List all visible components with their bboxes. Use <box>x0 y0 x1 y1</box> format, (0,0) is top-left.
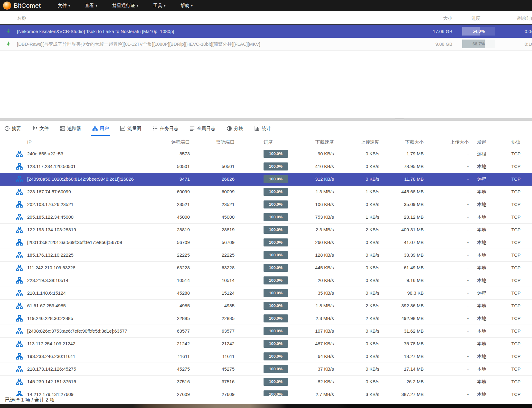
peer-row[interactable]: 223.167.74.57:60099 60099 60099 100.0% 1… <box>0 186 532 198</box>
peer-uploaded: - <box>422 350 469 363</box>
peer-upload-speed: 0 KB/s <box>332 173 379 185</box>
peer-listen-port: 15124 <box>177 287 235 299</box>
peer-listen-port: 23521 <box>177 198 235 211</box>
peer-row[interactable]: 223.219.3.38:10514 10514 10514 100.0% 20… <box>0 274 532 287</box>
peer-ip: 61.61.67.253:4985 <box>27 300 66 312</box>
torrent-row[interactable]: [Nekomoe kissaten&VCB-Studio] Tsuki to L… <box>0 25 532 38</box>
tab-traffic-chart[interactable]: 流量图 <box>120 121 141 136</box>
peer-download-speed: 260 KB/s <box>287 236 334 249</box>
column-name[interactable]: 名称 <box>17 11 26 25</box>
peer-row[interactable]: 123.117.234.120:50501 50501 50501 100.0%… <box>0 160 532 173</box>
peer-downloaded: 392.86 MB <box>377 300 424 312</box>
peer-listen-port: 28819 <box>177 224 235 236</box>
caret-down-icon: ▾ <box>164 4 165 7</box>
peer-row[interactable]: 218.173.142.126:45275 45275 45275 100.0%… <box>0 363 532 376</box>
peer-initiation: 本地 <box>477 186 486 198</box>
peer-progress-badge: 100.0% <box>264 200 288 208</box>
peer-network-icon <box>16 315 23 322</box>
column-initiation[interactable]: 发起 <box>477 136 486 149</box>
peer-progress-badge: 100.0% <box>264 378 288 386</box>
torrent-remaining-time: 0:10: <box>525 38 532 50</box>
peer-row[interactable]: 119.246.228.30:22885 22885 22885 100.0% … <box>0 312 532 325</box>
column-uploaded[interactable]: 上传大小 <box>422 136 469 149</box>
peer-progress-badge: 100.0% <box>264 238 288 246</box>
peer-upload-speed: 0 KB/s <box>332 338 379 350</box>
peer-protocol: TCP <box>511 198 521 211</box>
peer-progress-badge: 100.0% <box>264 352 288 360</box>
peer-progress-badge: 100.0% <box>264 314 288 322</box>
peer-protocol: TCP <box>511 249 521 261</box>
pieces-icon <box>227 126 232 131</box>
torrent-name: [DBD-Raws][与变成了异世界美少女的大叔一起冒险][01-12TV全集]… <box>17 38 260 50</box>
peer-row[interactable]: 218.1.148.6:15124 45288 15124 100.0% 35 … <box>0 287 532 300</box>
column-protocol[interactable]: 协议 <box>511 136 521 149</box>
tab-peers[interactable]: 用户 <box>92 121 109 136</box>
column-size[interactable]: 大小 <box>406 11 452 25</box>
peer-protocol: TCP <box>511 173 521 185</box>
peer-protocol: TCP <box>511 376 521 388</box>
peer-row[interactable]: [2409:8a50:1020:2b60:8142:9bee:9940:2c1f… <box>0 173 532 186</box>
peer-table-body: 240e:658:a22::53 8573 100.0% 90 KB/s 0 K… <box>0 148 532 401</box>
menu-help[interactable]: 帮助▾ <box>180 3 193 9</box>
peer-upload-speed: 0 KB/s <box>332 325 379 337</box>
column-ip[interactable]: IP <box>27 136 31 149</box>
peer-row[interactable]: 193.233.246.230:11611 11611 11611 100.0%… <box>0 350 532 363</box>
peer-network-icon <box>16 163 23 170</box>
torrent-row[interactable]: [DBD-Raws][与变成了异世界美少女的大叔一起冒险][01-12TV全集]… <box>0 38 532 51</box>
peer-row[interactable]: 61.61.67.253:4985 4985 4985 100.0% 1.8 M… <box>0 300 532 312</box>
tab-global-log[interactable]: 全局日志 <box>189 121 215 136</box>
tab-task-log[interactable]: 任务日志 <box>152 121 178 136</box>
peer-protocol: TCP <box>511 300 521 312</box>
peer-protocol: TCP <box>511 312 521 325</box>
peer-downloaded: 445.68 MB <box>377 186 424 198</box>
column-remaining-time[interactable]: 剩余时间 <box>517 11 532 25</box>
peer-ip: [2409:8a50:1020:2b60:8142:9bee:9940:2c1f… <box>27 173 134 185</box>
peer-progress-badge: 100.0% <box>264 251 288 259</box>
column-upload-speed[interactable]: 上传速度 <box>332 136 379 149</box>
column-progress[interactable]: 进度 <box>471 11 480 25</box>
tab-files[interactable]: 文件 <box>32 121 49 136</box>
column-downloaded[interactable]: 下载大小 <box>377 136 424 149</box>
peer-network-icon <box>16 277 23 284</box>
detail-tab-bar: 摘要 文件 追踪器 用户 流量图 任务日志 全局日志 分块 统计 <box>0 121 532 136</box>
peer-listen-port: 26826 <box>177 173 235 185</box>
peer-initiation: 本地 <box>477 363 486 375</box>
peer-row[interactable]: 185.176.132.10:22225 22225 22225 100.0% … <box>0 249 532 262</box>
peer-row[interactable]: [2001:bc8:1201:6a:569f:35ff:fe17:e8b6]:5… <box>0 236 532 249</box>
peer-initiation: 本地 <box>477 262 486 274</box>
peer-row[interactable]: 202.103.176.26:23521 23521 23521 100.0% … <box>0 198 532 211</box>
peer-protocol: TCP <box>511 160 521 173</box>
column-listen-port[interactable]: 监听端口 <box>177 136 235 149</box>
peer-download-speed: 1.8 MB/s <box>287 300 334 312</box>
peer-network-icon <box>16 150 23 157</box>
peer-network-icon <box>16 226 23 233</box>
peer-row[interactable]: [2408:826c:3753:ae6:7efe:90ff:fe5d:3d1e]… <box>0 325 532 338</box>
menu-comet-passport[interactable]: 彗星通行证▾ <box>112 3 138 9</box>
peer-protocol: TCP <box>511 148 521 160</box>
menu-tools[interactable]: 工具▾ <box>153 3 165 9</box>
peer-download-speed: 106 KB/s <box>287 198 334 211</box>
column-progress[interactable]: 进度 <box>264 136 288 149</box>
menu-file[interactable]: 文件▾ <box>58 3 70 9</box>
peer-row[interactable]: 240e:658:a22::53 8573 100.0% 90 KB/s 0 K… <box>0 148 532 160</box>
peer-protocol: TCP <box>511 274 521 287</box>
bitcomet-logo-icon <box>3 2 11 10</box>
peer-downloaded: 409.31 MB <box>377 224 424 236</box>
tab-pieces[interactable]: 分块 <box>227 121 243 136</box>
menu-view[interactable]: 查看▾ <box>85 3 97 9</box>
pane-splitter[interactable] <box>0 118 532 121</box>
peer-row[interactable]: 205.185.122.34:45000 45000 45000 100.0% … <box>0 211 532 224</box>
peer-row[interactable]: 145.239.142.151:37516 37516 37516 100.0%… <box>0 376 532 388</box>
peer-row[interactable]: 111.242.210.109:63228 63228 63228 100.0%… <box>0 262 532 274</box>
tab-summary[interactable]: 摘要 <box>4 121 21 136</box>
tab-trackers[interactable]: 追踪器 <box>60 121 81 136</box>
tab-statistics[interactable]: 统计 <box>254 121 271 136</box>
peer-upload-speed: 1 KB/s <box>332 211 379 223</box>
peer-upload-speed: 0 KB/s <box>332 274 379 287</box>
peer-ip: 113.117.254.103:21242 <box>27 338 75 350</box>
peer-uploaded: - <box>422 312 469 325</box>
statistics-icon <box>254 126 260 131</box>
column-download-speed[interactable]: 下载速度 <box>287 136 334 149</box>
peer-row[interactable]: 122.193.134.103:28819 28819 28819 100.0%… <box>0 224 532 236</box>
peer-row[interactable]: 113.117.254.103:21242 21242 21242 100.0%… <box>0 338 532 350</box>
